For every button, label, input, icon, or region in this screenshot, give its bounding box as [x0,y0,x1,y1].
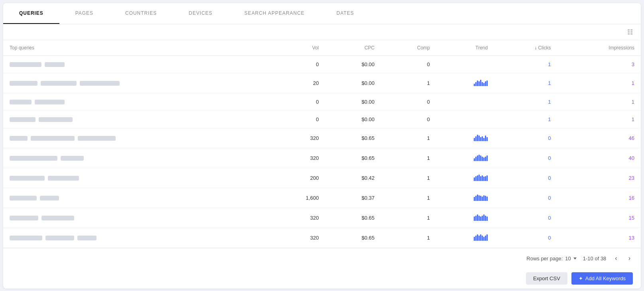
tab-devices[interactable]: DEVICES [173,3,228,24]
clicks-value[interactable]: 0 [548,155,551,161]
col-header-clicks[interactable]: ↓Clicks [494,40,557,56]
spark-bar [480,196,481,201]
cell-impressions[interactable]: 46 [557,128,641,148]
query-cell[interactable] [3,128,270,148]
table-row: 20$0.00111 [3,73,641,93]
col-header-trend: Trend [436,40,494,56]
add-all-keywords-button[interactable]: ✦ Add All Keywords [571,272,633,285]
clicks-value[interactable]: 1 [548,61,551,67]
cell-clicks[interactable]: 0 [494,168,557,188]
spark-bar [479,175,480,181]
clicks-value[interactable]: 0 [548,175,551,181]
spark-bar [475,176,477,181]
query-cell[interactable] [3,168,270,188]
pagination-info: 1-10 of 38 [583,256,607,262]
rows-per-page-value: 10 [565,256,571,262]
cell-clicks[interactable]: 0 [494,148,557,168]
cell-vol: 320 [270,128,325,148]
cell-cpc: $0.00 [325,56,381,73]
query-cell[interactable] [3,56,270,73]
cell-clicks[interactable]: 1 [494,73,557,93]
cell-clicks[interactable]: 1 [494,93,557,111]
prev-page-button[interactable]: ‹ [612,253,619,263]
clicks-value[interactable]: 0 [548,195,551,201]
clicks-value[interactable]: 1 [548,99,551,105]
query-text-blurred [77,236,97,240]
query-text-blurred [10,156,57,161]
cell-comp: 1 [381,73,436,93]
query-text-blurred [10,81,37,86]
query-cell[interactable] [3,228,270,248]
query-cell[interactable] [3,148,270,168]
cell-impressions[interactable]: 1 [557,73,641,93]
spark-bar [486,155,488,161]
clicks-value[interactable]: 1 [548,80,551,86]
col-header-comp: Comp [381,40,436,56]
clicks-value[interactable]: 0 [548,215,551,221]
impressions-value[interactable]: 13 [629,235,634,241]
clicks-value[interactable]: 0 [548,235,551,241]
spark-bar [477,234,478,241]
export-csv-button[interactable]: Export CSV [526,272,567,285]
cell-cpc: $0.00 [325,111,381,128]
cell-clicks[interactable]: 0 [494,188,557,208]
clicks-value[interactable]: 1 [548,116,551,122]
cell-impressions[interactable]: 40 [557,148,641,168]
tab-queries[interactable]: QUERIES [3,3,59,24]
next-page-button[interactable]: › [626,253,633,263]
spark-bar [486,137,488,141]
cell-impressions[interactable]: 3 [557,56,641,73]
query-cell[interactable] [3,111,270,128]
impressions-value[interactable]: 46 [629,135,634,141]
sparkline-chart [474,79,488,86]
cell-impressions[interactable]: 16 [557,188,641,208]
tab-pages[interactable]: PAGES [59,3,109,24]
cell-impressions[interactable]: 15 [557,208,641,228]
cell-clicks[interactable]: 0 [494,128,557,148]
impressions-value[interactable]: 1 [632,99,634,105]
cell-clicks[interactable]: 0 [494,208,557,228]
cell-comp: 1 [381,168,436,188]
impressions-value[interactable]: 23 [629,175,634,181]
query-text-blurred [10,176,45,181]
tab-countries[interactable]: COUNTRIES [109,3,173,24]
rows-per-page-label: Rows per page: [526,256,563,262]
cell-clicks[interactable]: 0 [494,228,557,248]
clicks-value[interactable]: 0 [548,135,551,141]
impressions-value[interactable]: 3 [632,61,634,67]
cell-impressions[interactable]: 1 [557,93,641,111]
cell-vol: 20 [270,73,325,93]
table-row: 200$0.421023 [3,168,641,188]
cell-cpc: $0.00 [325,93,381,111]
spark-bar [480,216,481,221]
cell-impressions[interactable]: 1 [557,111,641,128]
cell-cpc: $0.65 [325,128,381,148]
query-cell[interactable] [3,93,270,111]
impressions-value[interactable]: 16 [629,195,634,201]
cell-cpc: $0.65 [325,208,381,228]
query-cell[interactable] [3,208,270,228]
impressions-value[interactable]: 40 [629,155,634,161]
spark-bar [485,236,486,241]
rows-per-page-control: Rows per page: 10 [526,256,577,262]
cell-impressions[interactable]: 13 [557,228,641,248]
query-cell[interactable] [3,73,270,93]
spark-bar [475,82,477,86]
spark-bar [485,136,486,141]
cell-clicks[interactable]: 1 [494,111,557,128]
impressions-value[interactable]: 15 [629,215,634,221]
action-bar: Export CSV ✦ Add All Keywords [3,268,641,289]
filter-icon[interactable]: ☷ [627,28,633,36]
cell-impressions[interactable]: 23 [557,168,641,188]
impressions-value[interactable]: 1 [632,116,634,122]
tab-dates[interactable]: DATES [321,3,370,24]
add-icon: ✦ [579,275,583,281]
query-cell[interactable] [3,188,270,208]
impressions-value[interactable]: 1 [632,80,634,86]
spark-bar [486,197,488,201]
spark-bar [474,197,475,201]
rows-per-page-select[interactable]: 10 [565,256,576,262]
spark-bar [474,177,475,181]
tab-search-appearance[interactable]: SEARCH APPEARANCE [228,3,321,24]
cell-clicks[interactable]: 1 [494,56,557,73]
